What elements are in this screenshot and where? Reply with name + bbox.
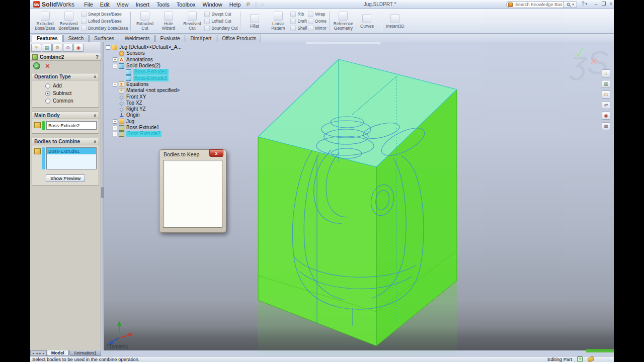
tree-item-origin[interactable]: +⊥Origin bbox=[113, 112, 182, 118]
minimize-button[interactable]: – bbox=[595, 1, 598, 7]
close-button[interactable]: × bbox=[610, 1, 613, 7]
radio-common-circle[interactable] bbox=[45, 99, 50, 104]
quick-tips-icon[interactable]: ? bbox=[577, 356, 583, 362]
tree-item-root[interactable]: -Jug (Default<<Default>_A... bbox=[106, 44, 182, 50]
radio-add[interactable]: Add bbox=[32, 82, 99, 89]
extruded-boss-base-button[interactable]: Extruded Boss/Base bbox=[34, 10, 56, 32]
tree-item-material[interactable]: +≡Material <not specified> bbox=[113, 87, 182, 94]
tab-office-products[interactable]: Office Products bbox=[217, 35, 261, 42]
boundary-boss-base-button[interactable]: Boundary Boss/Base bbox=[81, 25, 128, 32]
tree-item-solid-bodies[interactable]: -Solid Bodies(2) bbox=[113, 63, 182, 69]
swept-boss-base-button[interactable]: Swept Boss/Base bbox=[81, 11, 128, 18]
linear-pattern-button[interactable]: Linear Pattern bbox=[267, 10, 289, 32]
configurationmanager-tab[interactable]: ⚙ bbox=[52, 44, 62, 52]
menu-view[interactable]: View bbox=[113, 0, 132, 9]
tree-item-right-plane[interactable]: +◇Right YZ bbox=[113, 106, 182, 112]
lofted-cut-button[interactable]: Lofted Cut bbox=[204, 18, 237, 25]
propertymanager-tab[interactable]: ▤ bbox=[42, 44, 52, 52]
tree-item-equations[interactable]: +ΣEquations bbox=[113, 81, 182, 87]
extruded-cut-button[interactable]: Extruded Cut bbox=[133, 10, 156, 32]
bodies-to-combine-list[interactable]: Boss-Extrude1 bbox=[46, 147, 97, 169]
fillet-button[interactable]: Fillet bbox=[243, 10, 266, 32]
tree-item-annotations[interactable]: +AAnnotations bbox=[113, 57, 182, 63]
collapse-chevron-icon[interactable]: ∧ bbox=[94, 139, 97, 144]
dimxpertmanager-tab[interactable]: ⊕ bbox=[63, 44, 73, 52]
menu-file[interactable]: File bbox=[80, 0, 97, 9]
tree-item-body1[interactable]: +Boss-Extrude1 bbox=[120, 69, 182, 75]
tab-weldments[interactable]: Weldments bbox=[120, 35, 155, 42]
tree-item-boss-extrude1[interactable]: +Boss-Extrude1 bbox=[113, 125, 182, 131]
tab-dimxpert[interactable]: DimXpert bbox=[186, 35, 217, 42]
rib-button[interactable]: Rib bbox=[290, 11, 307, 18]
shell-button[interactable]: Shell bbox=[290, 25, 307, 32]
collapse-chevron-icon[interactable]: ∧ bbox=[94, 74, 97, 79]
help-dropdown-arrow[interactable]: ▾ bbox=[586, 2, 588, 6]
tree-item-jug-folder[interactable]: +Jug bbox=[113, 119, 182, 125]
menu-toolbox[interactable]: Toolbox bbox=[173, 0, 199, 9]
radio-subtract-circle[interactable] bbox=[45, 91, 50, 96]
show-preview-button[interactable]: Show Preview bbox=[46, 174, 85, 182]
list-item-boss-extrude1[interactable]: Boss-Extrude1 bbox=[47, 148, 96, 154]
swept-cut-button[interactable]: Swept Cut bbox=[204, 11, 237, 18]
radio-add-circle[interactable] bbox=[45, 83, 50, 88]
new-document-icon[interactable]: ▯ bbox=[255, 2, 258, 7]
confirmation-cancel-icon[interactable]: ✕ bbox=[590, 55, 598, 67]
tree-item-top-plane[interactable]: +◇Top XZ bbox=[113, 100, 182, 106]
open-document-icon[interactable]: ▱ bbox=[260, 2, 264, 7]
tree-item-sensors[interactable]: +Sensors bbox=[113, 50, 182, 56]
search-button[interactable]: ▾ bbox=[564, 1, 577, 8]
radio-subtract[interactable]: Subtract bbox=[32, 89, 99, 97]
featuremanager-tree-tab[interactable]: ⚘ bbox=[31, 44, 41, 52]
pin-menu-icon[interactable]: ⚲ bbox=[245, 1, 251, 8]
design-library-icon[interactable]: ▥ bbox=[602, 80, 610, 88]
confirmation-ok-icon[interactable]: ✓ bbox=[572, 42, 588, 63]
draft-button[interactable]: Draft bbox=[290, 18, 307, 25]
tab-sketch[interactable]: Sketch bbox=[63, 35, 89, 42]
solidworks-resources-icon[interactable]: ⌂ bbox=[602, 69, 610, 77]
hole-wizard-button[interactable]: Hole Wizard bbox=[157, 10, 180, 32]
help-button[interactable]: ?▾ bbox=[582, 1, 587, 7]
tree-item-boss-extrude2[interactable]: +Boss-Extrude2 bbox=[113, 131, 182, 137]
boundary-cut-button[interactable]: Boundary Cut bbox=[204, 25, 237, 32]
splitter-grip[interactable] bbox=[101, 187, 104, 198]
radio-common[interactable]: Common bbox=[32, 97, 99, 105]
reference-geometry-button[interactable]: Reference Geometry bbox=[332, 10, 355, 32]
menu-edit[interactable]: Edit bbox=[97, 0, 113, 9]
instant3d-button[interactable]: Instant3D bbox=[384, 10, 407, 32]
menu-tools[interactable]: Tools bbox=[153, 0, 173, 9]
menu-window[interactable]: Window bbox=[199, 0, 226, 9]
tab-model[interactable]: Model bbox=[47, 350, 69, 356]
tab-surfaces[interactable]: Surfaces bbox=[89, 35, 119, 42]
lofted-boss-base-button[interactable]: Lofted Boss/Base bbox=[81, 18, 128, 25]
revolved-boss-base-button[interactable]: Revolved Boss/Base bbox=[57, 10, 80, 32]
tag-icon[interactable] bbox=[587, 356, 595, 362]
pm-cancel-button[interactable]: ✕ bbox=[45, 63, 50, 69]
dome-button[interactable]: Dome bbox=[308, 18, 327, 25]
custom-properties-icon[interactable]: ▦ bbox=[602, 122, 610, 130]
search-dropdown-arrow[interactable]: ▾ bbox=[572, 3, 574, 7]
displaymanager-tab[interactable]: ◉ bbox=[73, 44, 84, 52]
search-input[interactable] bbox=[506, 1, 564, 8]
collapse-chevron-icon[interactable]: ∧ bbox=[94, 113, 97, 118]
tree-item-body2[interactable]: +Boss-Extrude2 bbox=[120, 75, 182, 81]
revolved-cut-button[interactable]: Revolved Cut bbox=[181, 10, 203, 32]
mirror-button[interactable]: Mirror bbox=[308, 25, 327, 32]
tab-evaluate[interactable]: Evaluate bbox=[155, 35, 185, 42]
tab-scroll-buttons[interactable]: ◄◄►► bbox=[30, 350, 47, 356]
menu-insert[interactable]: Insert bbox=[132, 0, 153, 9]
tree-item-front-plane[interactable]: +◇Front XY bbox=[113, 94, 182, 100]
search-results-icon[interactable]: ⇄ bbox=[602, 101, 610, 109]
wrap-button[interactable]: Wrap bbox=[308, 11, 327, 18]
pm-ok-button[interactable]: ✓ bbox=[33, 62, 40, 69]
restore-button[interactable] bbox=[602, 2, 606, 6]
tab-animation1[interactable]: Animation1 bbox=[69, 350, 101, 356]
curves-button[interactable]: Curves bbox=[356, 10, 378, 32]
appearances-scenes-icon[interactable]: ◉ bbox=[602, 112, 610, 120]
main-body-field[interactable]: Boss-Extrude2 bbox=[46, 121, 97, 130]
tab-features[interactable]: Features bbox=[32, 35, 63, 42]
menu-help[interactable]: Help bbox=[226, 0, 245, 9]
pm-help-button[interactable]: ? bbox=[96, 54, 99, 60]
dialog-body-list[interactable] bbox=[163, 160, 222, 228]
dialog-close-button[interactable]: x bbox=[209, 149, 223, 157]
file-explorer-icon[interactable]: 🗀 bbox=[602, 90, 610, 99]
